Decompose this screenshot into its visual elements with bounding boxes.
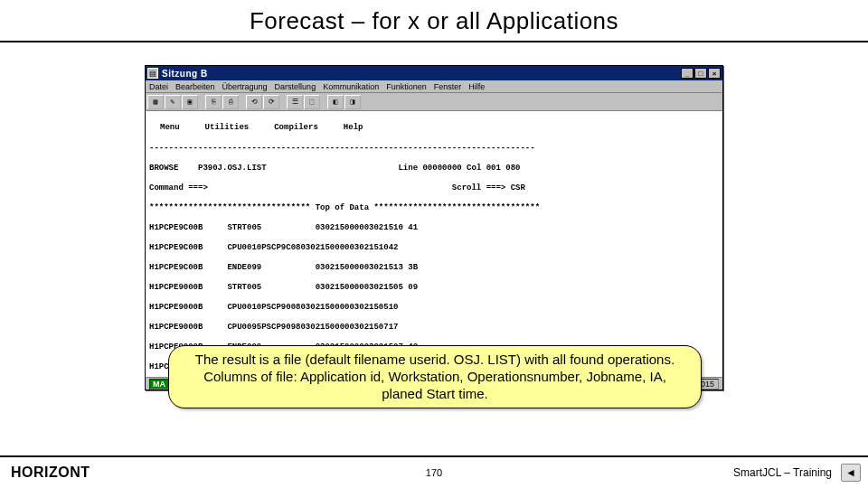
data-row: H1PCPE9000B CPU0095PSCP90980302150000030…: [149, 323, 719, 333]
titlebar: ▤ Sitzung B _ □ ×: [146, 66, 722, 80]
footer: HORIZONT 170 SmartJCL – Training ◄: [0, 455, 868, 488]
scroll-label: Scroll ===> CSR: [452, 183, 525, 193]
browse-label: BROWSE: [149, 164, 178, 174]
menu-datei[interactable]: Datei: [149, 82, 168, 91]
term-divider: ----------------------------------------…: [149, 144, 719, 154]
menubar: Datei Bearbeiten Übertragung Darstellung…: [146, 80, 722, 93]
footer-page: 170: [426, 467, 442, 478]
top-of-data: ********************************* Top of…: [149, 203, 719, 213]
toolbar-button[interactable]: ⬚: [304, 95, 320, 109]
menu-hilfe[interactable]: Hilfe: [468, 82, 485, 91]
menu-kommunikation[interactable]: Kommunikation: [323, 82, 379, 91]
dataset-name: P390J.OSJ.LIST: [198, 164, 267, 174]
toolbar-button[interactable]: ◨: [344, 95, 361, 109]
data-row: H1PCPE9C00B CPU0010PSCP9C080302150000030…: [149, 243, 719, 253]
toolbar-button[interactable]: ⟲: [246, 95, 262, 109]
toolbar-button[interactable]: ⎘: [205, 95, 222, 109]
term-menu-item[interactable]: Menu: [160, 123, 180, 133]
minimize-button[interactable]: _: [681, 68, 693, 79]
toolbar: ▦ ✎ ▣ ⎘ ⎙ ⟲ ⟳ ☰ ⬚ ◧ ◨: [146, 93, 722, 111]
line-col-info: Line 00000000 Col 001 080: [398, 164, 520, 174]
menu-funktionen[interactable]: Funktionen: [386, 82, 427, 91]
menu-uebertragung[interactable]: Übertragung: [222, 82, 268, 91]
menu-bearbeiten[interactable]: Bearbeiten: [175, 82, 215, 91]
toolbar-button[interactable]: ☰: [287, 95, 303, 109]
data-row: H1PCPE9C00B STRT005 030215000003021510 4…: [149, 223, 719, 233]
term-menu-item[interactable]: Utilities: [205, 123, 250, 133]
toolbar-button[interactable]: ⟳: [263, 95, 279, 109]
term-menu-item[interactable]: Help: [344, 123, 363, 133]
status-ma: MA: [149, 379, 169, 389]
footer-right: SmartJCL – Training: [733, 466, 832, 479]
toolbar-button[interactable]: ⎙: [222, 95, 239, 109]
data-row: H1PCPE9C00B ENDE099 030215000003021513 3…: [149, 263, 719, 273]
toolbar-button[interactable]: ✎: [165, 95, 181, 109]
callout-box: The result is a file (default filename u…: [168, 345, 702, 408]
toolbar-button[interactable]: ◧: [327, 95, 344, 109]
chevron-left-icon: ◄: [845, 466, 856, 479]
slide-title: Forecast – for x or all Applications: [0, 0, 868, 39]
toolbar-button[interactable]: ▣: [182, 95, 198, 109]
title-divider: [0, 41, 868, 42]
window-title: Sitzung B: [162, 69, 681, 79]
toolbar-button[interactable]: ▦: [147, 95, 164, 109]
terminal-area[interactable]: MenuUtilitiesCompilersHelp -------------…: [146, 111, 722, 379]
menu-fenster[interactable]: Fenster: [434, 82, 462, 91]
window-controls: _ □ ×: [681, 68, 721, 79]
callout-text: The result is a file (default filename u…: [195, 352, 675, 401]
system-menu-icon[interactable]: ▤: [147, 68, 158, 79]
data-row: H1PCPE9000B STRT005 030215000003021505 0…: [149, 283, 719, 293]
close-button[interactable]: ×: [708, 68, 721, 79]
term-menu-item[interactable]: Compilers: [274, 123, 318, 133]
prev-slide-button[interactable]: ◄: [841, 464, 861, 482]
data-row: H1PCPE9000B CPU0010PSCP90080302150000030…: [149, 303, 719, 313]
command-label: Command ===>: [149, 183, 208, 193]
footer-brand: HORIZONT: [11, 465, 90, 481]
maximize-button[interactable]: □: [694, 68, 707, 79]
menu-darstellung[interactable]: Darstellung: [275, 82, 316, 91]
terminal-window: ▤ Sitzung B _ □ × Datei Bearbeiten Übert…: [145, 65, 723, 390]
